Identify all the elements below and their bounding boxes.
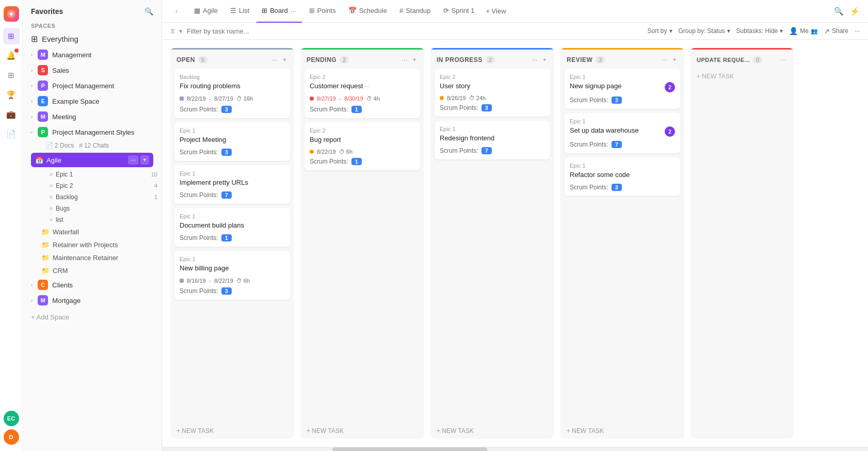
epic-row-list[interactable]: list xyxy=(23,214,162,225)
sidebar-item-pm-styles[interactable]: › P Project Management Styles xyxy=(23,124,162,140)
card-title: User story xyxy=(440,82,545,91)
cards-review: Epic 1 New signup page 2 Scrum Points: 3… xyxy=(560,69,684,423)
task-card-billing[interactable]: Epic 1 New billing page 8/16/19 - 8/22/1… xyxy=(174,251,290,300)
task-card-fix-routing[interactable]: Backlog Fix routing problems 8/22/19 - 8… xyxy=(174,69,290,118)
add-task-update[interactable]: + NEW TASK xyxy=(695,69,790,84)
card-epic: Epic 1 xyxy=(180,127,285,134)
task-card-refactor[interactable]: Epic 1 Refactor some code Scrum Points: … xyxy=(565,157,680,196)
filter-dropdown-icon[interactable]: ▾ xyxy=(179,27,183,35)
space-dot-example: E xyxy=(38,96,48,106)
space-dot-sales: S xyxy=(38,65,48,75)
epic-row-backlog[interactable]: Backlog 1 xyxy=(23,191,162,203)
rail-trophy-icon[interactable]: 🏆 xyxy=(3,87,20,103)
add-task-review[interactable]: + NEW TASK xyxy=(560,423,684,439)
filter-icon[interactable]: ⧖ xyxy=(170,27,175,35)
epic-row-1[interactable]: Epic 1 10 xyxy=(23,169,162,180)
search-icon[interactable]: 🔍 xyxy=(834,7,844,16)
subtasks-btn[interactable]: Subtasks: Hide ▾ xyxy=(736,27,783,35)
task-card-bug-report[interactable]: Epic 2 Bug report 8/22/19 ⏱ 6h Scrum Poi… xyxy=(304,122,420,170)
rail-home-icon[interactable]: ⊞ xyxy=(3,28,20,44)
task-card-customer-request[interactable]: Epic 2 Customer request ··· 8/27/19 - 8/… xyxy=(304,69,420,118)
horizontal-scrollbar[interactable] xyxy=(162,447,868,451)
time-badge: ⏱ 16h xyxy=(236,95,253,102)
sidebar-item-example-space[interactable]: › E Example Space xyxy=(23,93,162,109)
more-options-btn[interactable]: ··· xyxy=(855,27,860,35)
col-add-inprogress[interactable]: + xyxy=(541,55,548,65)
col-add-open[interactable]: + xyxy=(281,55,288,65)
me-btn[interactable]: 👤 Me 👥 xyxy=(789,27,818,35)
col-more-open[interactable]: ··· xyxy=(270,55,279,65)
sidebar-collapse-btn[interactable]: ‹ xyxy=(170,5,183,18)
card-title: Refactor some code xyxy=(570,171,675,180)
add-space-btn[interactable]: + Add Space xyxy=(23,308,162,324)
col-add-review[interactable]: + xyxy=(671,55,678,65)
main-content: ‹ ▦ Agile ☰ List ⊞ Board ··· ⊞ Points 📅 … xyxy=(162,0,868,451)
rail-document-icon[interactable]: 📄 xyxy=(3,126,20,142)
scrollbar-thumb[interactable] xyxy=(332,447,487,451)
nav-tab-schedule[interactable]: 📅 Schedule xyxy=(343,0,392,23)
add-task-inprogress[interactable]: + NEW TASK xyxy=(430,423,554,439)
sort-btn[interactable]: Sort by ▾ xyxy=(648,27,672,35)
share-btn[interactable]: ↗ Share xyxy=(824,27,848,35)
sidebar-item-everything[interactable]: ⊞ Everything xyxy=(23,31,162,47)
sidebar-item-agile[interactable]: 📅 Agile ··· + xyxy=(31,153,153,167)
nav-tab-board[interactable]: ⊞ Board ··· xyxy=(256,0,301,23)
app-logo[interactable] xyxy=(4,6,19,22)
card-epic: Epic 2 xyxy=(310,127,415,134)
rail-briefcase-icon[interactable]: 💼 xyxy=(3,106,20,123)
task-card-redesign-frontend[interactable]: Epic 1 Redesign frontend Scrum Points: 7 xyxy=(435,121,550,159)
start-date: 8/22/19 xyxy=(187,95,206,102)
card-meta: 8/27/19 - 8/30/19 ⏱ 4h xyxy=(310,95,415,103)
nav-tab-points[interactable]: ⊞ Points xyxy=(304,0,341,23)
points-value: 3 xyxy=(221,149,232,156)
sidebar-item-project-management[interactable]: › P Project Management xyxy=(23,78,162,93)
folder-maintenance[interactable]: 📁 Maintenance Retainer xyxy=(23,251,162,264)
folder-retainer[interactable]: 📁 Retainer with Projects xyxy=(23,238,162,251)
epic-dot-1 xyxy=(50,173,53,176)
folder-crm[interactable]: 📁 CRM xyxy=(23,264,162,277)
add-task-pending[interactable]: + NEW TASK xyxy=(300,423,424,439)
lightning-icon[interactable]: ⚡ xyxy=(850,7,860,16)
nav-tab-sprint1[interactable]: ⟳ Sprint 1 xyxy=(438,0,480,23)
sidebar-item-mortgage[interactable]: › M Mortgage xyxy=(23,293,162,308)
col-title-update: UPDATE REQUE... xyxy=(697,57,750,63)
epic-row-2[interactable]: Epic 2 4 xyxy=(23,180,162,191)
cards-inprogress: Epic 2 User story 8/26/19 ⏱ 24h Scrum Po… xyxy=(430,69,554,423)
add-task-open[interactable]: + NEW TASK xyxy=(170,423,294,439)
col-add-pending[interactable]: + xyxy=(411,55,418,65)
task-card-signup[interactable]: Epic 1 New signup page 2 Scrum Points: 3 xyxy=(565,69,680,109)
group-by-btn[interactable]: Group by: Status ▾ xyxy=(679,27,730,35)
task-card-pretty-urls[interactable]: Epic 1 Implement pretty URLs Scrum Point… xyxy=(174,165,290,204)
points-tab-icon: ⊞ xyxy=(309,7,315,14)
sidebar-item-management[interactable]: › M Management xyxy=(23,47,162,62)
start-date: 8/27/19 xyxy=(317,95,336,102)
agile-add-btn[interactable]: + xyxy=(140,155,149,165)
task-card-doc-build[interactable]: Epic 1 Document build plans Scrum Points… xyxy=(174,208,290,247)
col-more-pending[interactable]: ··· xyxy=(400,55,409,65)
nav-tab-standup[interactable]: # Standup xyxy=(394,0,436,23)
task-card-project-meeting[interactable]: Epic 1 Project Meeting Scrum Points: 3 xyxy=(174,122,290,161)
add-view-btn[interactable]: + View xyxy=(481,7,510,15)
sidebar-item-meeting[interactable]: › M Meeting xyxy=(23,109,162,124)
sidebar-item-clients[interactable]: › C Clients xyxy=(23,277,162,293)
rail-notifications-icon[interactable]: 🔔 xyxy=(3,47,20,64)
board-tab-dots[interactable]: ··· xyxy=(291,7,297,15)
filter-input[interactable] xyxy=(187,27,644,35)
avatar-ec[interactable]: EC xyxy=(4,411,19,426)
sidebar-search-icon[interactable]: 🔍 xyxy=(144,7,153,15)
col-more-review[interactable]: ··· xyxy=(661,55,669,65)
col-more-update[interactable]: ··· xyxy=(779,55,787,65)
task-card-data-warehouse[interactable]: Epic 1 Set up data warehouse 2 Scrum Poi… xyxy=(565,113,680,153)
col-count-pending: 2 xyxy=(340,56,349,63)
epic-row-bugs[interactable]: Bugs xyxy=(23,203,162,214)
agile-more-btn[interactable]: ··· xyxy=(128,155,138,165)
avatar-d[interactable]: D xyxy=(4,429,19,445)
task-card-user-story[interactable]: Epic 2 User story 8/26/19 ⏱ 24h Scrum Po… xyxy=(435,69,550,117)
nav-tab-agile[interactable]: ▦ Agile xyxy=(189,0,223,23)
card-meta: 8/22/19 - 8/27/19 ⏱ 16h xyxy=(180,95,285,103)
rail-dashboard-icon[interactable]: ⊞ xyxy=(3,67,20,84)
folder-waterfall[interactable]: 📁 Waterfall xyxy=(23,225,162,238)
col-more-inprogress[interactable]: ··· xyxy=(531,55,539,65)
nav-tab-list[interactable]: ☰ List xyxy=(225,0,254,23)
sidebar-item-sales[interactable]: › S Sales xyxy=(23,62,162,78)
